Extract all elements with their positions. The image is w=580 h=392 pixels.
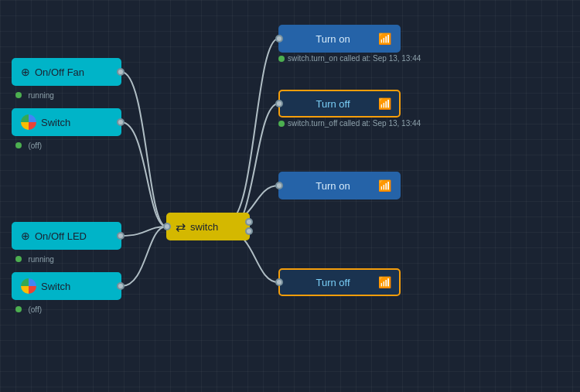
switch-port-left: [163, 223, 171, 230]
led-trigger-node[interactable]: ⊕ On/Off LED: [12, 222, 121, 250]
switch-node-fan[interactable]: ⇄ switch: [166, 213, 250, 240]
switch-arrows-icon: ⇄: [176, 220, 186, 234]
led-turn-off-port-left: [275, 278, 283, 286]
led-turn-on-node[interactable]: Turn on 📶: [278, 172, 401, 199]
led-switch-input-port-right: [117, 282, 125, 290]
led-trigger-status: running: [15, 251, 54, 265]
fan-switch-input-port-right: [117, 118, 125, 126]
led-switch-input-node[interactable]: Switch: [12, 272, 121, 300]
fan-turn-off-msg: switch.turn_off called at: Sep 13, 13:44: [278, 119, 421, 128]
trigger-icon: ⊕: [21, 66, 30, 78]
turn-on-port-left: [275, 35, 283, 43]
wifi-icon-off: 📶: [378, 97, 391, 110]
led-switch-status: (off): [15, 302, 42, 315]
fan-turn-off-label: Turn off: [288, 98, 378, 110]
wifi-icon-on: 📶: [378, 32, 391, 45]
fan-switch-input-label: Switch: [41, 117, 70, 128]
led-turn-off-node[interactable]: Turn off 📶: [278, 268, 401, 296]
led-switch-input-label: Switch: [41, 281, 70, 292]
fan-trigger-label: On/Off Fan: [35, 66, 84, 78]
fan-trigger-port-right: [117, 68, 125, 76]
led-turn-on-label: Turn on: [288, 180, 378, 192]
fan-turn-on-label: Turn on: [288, 33, 378, 45]
switch-port-right-bottom: [245, 227, 253, 235]
switch-node-label: switch: [190, 221, 218, 233]
fan-switch-input-node[interactable]: Switch: [12, 108, 121, 136]
led-trigger-port-right: [117, 232, 125, 240]
fan-turn-on-node[interactable]: Turn on 📶: [278, 25, 401, 53]
turn-off-port-left: [275, 100, 283, 107]
fan-trigger-node[interactable]: ⊕ On/Off Fan: [12, 58, 121, 86]
led-trigger-icon: ⊕: [21, 230, 30, 242]
led-turn-off-label: Turn off: [288, 277, 378, 288]
google-icon: [21, 114, 36, 130]
fan-switch-status: (off): [15, 138, 42, 152]
fan-turn-on-msg: switch.turn_on called at: Sep 13, 13:44: [278, 54, 421, 63]
fan-turn-off-node[interactable]: Turn off 📶: [278, 90, 401, 118]
switch-port-right-top: [245, 218, 253, 226]
fan-trigger-status: running: [15, 87, 54, 101]
google-icon-led: [21, 278, 36, 294]
led-trigger-label: On/Off LED: [35, 230, 87, 242]
wifi-icon-led-off: 📶: [378, 276, 391, 288]
led-turn-on-port-left: [275, 182, 283, 189]
wifi-icon-led-on: 📶: [378, 179, 391, 192]
